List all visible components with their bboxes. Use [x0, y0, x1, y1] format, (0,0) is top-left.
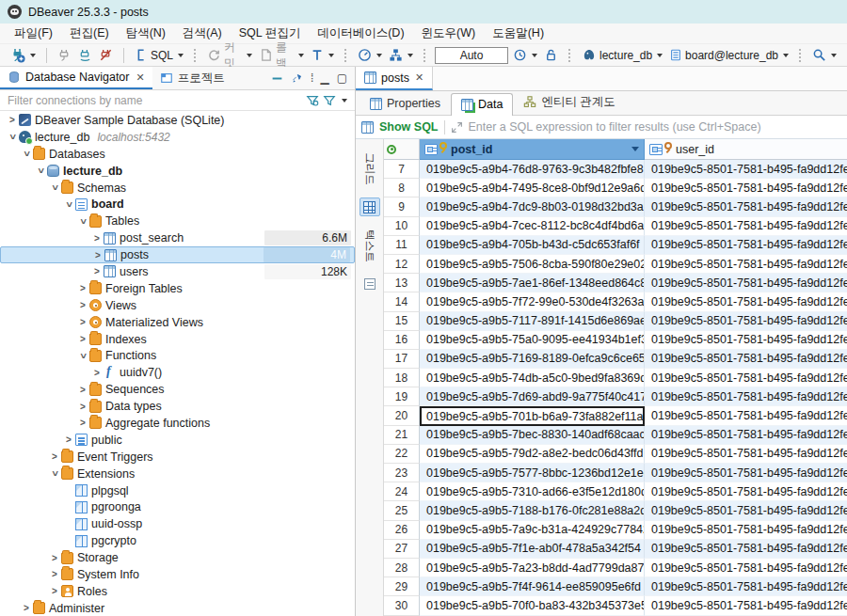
tree-item-pgcrypto[interactable]: > pgcrypto — [0, 532, 355, 549]
cell-post-id[interactable]: 019be9c5-a9b4-7495-8ce8-0bf9d12e9a6d — [420, 179, 645, 197]
cell-user-id[interactable]: 019be9c5-8501-7581-b495-fa9dd12fe1c — [645, 559, 847, 577]
tree-expander-icon[interactable]: > — [76, 317, 89, 327]
tree-item-post-search[interactable]: > post_search 6.6M — [0, 229, 355, 246]
tree-expander-icon[interactable]: > — [78, 349, 88, 362]
sql-editor-button[interactable]: SQL — [133, 47, 185, 63]
chevron-down-icon[interactable] — [831, 54, 837, 57]
tree-item-extensions[interactable]: > Extensions — [0, 466, 355, 482]
tree-expander-icon[interactable]: > — [48, 553, 61, 563]
cell-user-id[interactable]: 019be9c5-8501-7581-b495-fa9dd12fe1c — [645, 331, 847, 350]
tree-expander-icon[interactable]: > — [50, 467, 60, 481]
grid-presentation-tab[interactable]: 그리드 — [356, 145, 383, 192]
tab-projects[interactable]: 프로젝트 — [152, 67, 232, 89]
tree-expander-icon[interactable]: > — [48, 569, 61, 579]
tree-item-databases[interactable]: > Databases — [0, 146, 355, 163]
row-number[interactable]: 24 — [384, 482, 420, 501]
tree-item-event-triggers[interactable]: > Event Triggers — [0, 449, 355, 466]
tree-expander-icon[interactable]: > — [90, 233, 104, 244]
row-number[interactable]: 19 — [384, 387, 420, 406]
disconnect-button[interactable] — [97, 47, 115, 63]
tree-item-views[interactable]: > Views — [0, 297, 355, 314]
tree-expander-icon[interactable]: > — [48, 586, 61, 596]
active-schema-selector[interactable]: board@lecture_db — [667, 47, 791, 63]
cell-post-id[interactable]: 019be9c5-a9b5-7a9c-b31a-424929c77842 — [420, 521, 645, 540]
tree-item-sequences[interactable]: > Sequences — [0, 381, 355, 398]
column-header-post_id[interactable]: post_id — [420, 139, 645, 160]
cell-post-id[interactable]: 019be9c5-a9b4-705b-b43d-c5dc653faf6f — [420, 236, 645, 255]
tree-item-pgroonga[interactable]: > pgroonga — [0, 498, 355, 515]
tree-item-data-types[interactable]: > Data types — [0, 398, 355, 415]
cell-user-id[interactable]: 019be9c5-8501-7581-b495-fa9dd12fe1c — [645, 255, 847, 274]
cell-post-id[interactable]: 019be9c5-a9b5-74db-a5c0-9bed9fa8369d — [420, 369, 645, 387]
tree-item-aggregate-functions[interactable]: > Aggregate functions — [0, 415, 355, 432]
chevron-down-icon[interactable] — [657, 54, 663, 57]
row-number[interactable]: 27 — [384, 540, 420, 559]
connect-button[interactable] — [56, 47, 73, 63]
tree-item-schemas[interactable]: > Schemas — [0, 180, 355, 197]
row-number[interactable]: 30 — [384, 596, 420, 615]
transaction-log-button[interactable] — [511, 47, 539, 63]
tab-data[interactable]: Data — [451, 93, 513, 116]
chevron-down-icon[interactable] — [178, 54, 184, 57]
row-number[interactable]: 25 — [384, 501, 420, 520]
row-number[interactable]: 15 — [384, 312, 420, 331]
tree-item-lecture-db[interactable]: > lecture_db — [0, 163, 355, 180]
cell-post-id[interactable]: 019be9c5-a9b5-701b-b6a9-73fa882ef11a — [420, 406, 645, 425]
view-menu-icon[interactable]: ⁞ — [311, 72, 312, 84]
network-button[interactable] — [387, 47, 415, 63]
cell-user-id[interactable]: 019be9c5-8501-7581-b495-fa9dd12fe1c — [645, 387, 847, 406]
active-connection-selector[interactable]: lecture_db — [580, 47, 664, 63]
tree-expander-icon[interactable]: > — [50, 182, 60, 195]
cell-post-id[interactable]: 019be9c5-a9b5-7a23-b8dd-4ad7799da877 — [420, 559, 645, 577]
cell-user-id[interactable]: 019be9c5-8501-7581-b495-fa9dd12fe1c — [645, 236, 847, 255]
row-number[interactable]: 26 — [384, 521, 420, 540]
menu-item[interactable]: 윈도우(W) — [413, 24, 485, 43]
tree-expander-icon[interactable]: > — [76, 385, 89, 395]
grid-presentation-button[interactable] — [360, 197, 380, 216]
tree-item-public[interactable]: > public — [0, 432, 355, 449]
tree-item-foreign-tables[interactable]: > Foreign Tables — [0, 280, 355, 297]
row-number[interactable]: 21 — [384, 426, 420, 445]
reconnect-button[interactable] — [76, 47, 94, 63]
commit-mode-combo[interactable]: Auto — [435, 47, 508, 64]
search-button[interactable] — [810, 47, 839, 63]
expand-filter-icon[interactable] — [451, 121, 463, 134]
readonly-toggle-button[interactable] — [542, 47, 560, 63]
row-number[interactable]: 17 — [384, 350, 420, 369]
text-presentation-button[interactable] — [360, 275, 380, 293]
transaction-mode-button[interactable] — [309, 47, 336, 63]
tree-item-administer[interactable]: > Administer — [0, 600, 355, 616]
cell-post-id[interactable]: 019be9c5-a9b5-7169-8189-0efca9c6ce65 — [420, 350, 645, 369]
cell-user-id[interactable]: 019be9c5-8501-7581-b495-fa9dd12fe1c — [645, 369, 847, 387]
cell-user-id[interactable]: 019be9c5-8501-7581-b495-fa9dd12fe1c — [645, 274, 847, 292]
cell-user-id[interactable]: 019be9c5-8501-7581-b495-fa9dd12fe1c — [645, 312, 847, 331]
tree-expander-icon[interactable]: > — [91, 250, 104, 261]
row-number[interactable]: 28 — [384, 559, 420, 577]
column-header-user_id[interactable]: user_id — [645, 139, 847, 160]
editor-tab-posts[interactable]: posts ✕ — [356, 67, 433, 90]
tree-expander-icon[interactable]: > — [6, 115, 19, 125]
cell-post-id[interactable]: 019be9c5-a9b5-75a0-9095-ee41934b1ef3 — [420, 331, 645, 350]
performance-button[interactable] — [356, 47, 384, 63]
maximize-icon[interactable]: ▢ — [337, 72, 347, 84]
cell-post-id[interactable]: 019be9c5-a9b4-7cec-8112-bc8c4df4bd6a — [420, 217, 645, 236]
chevron-down-icon[interactable] — [328, 54, 334, 57]
tree-item-uuidv7-[interactable]: > uuidv7() — [0, 364, 355, 381]
cell-post-id[interactable]: 019be9c5-a9b5-7188-b176-0fc281e88a2d — [420, 501, 645, 520]
tree-item-plpgsql[interactable]: > plpgsql — [0, 482, 355, 499]
tree-expander-icon[interactable]: > — [64, 197, 74, 211]
row-number[interactable]: 9 — [384, 197, 420, 216]
chevron-down-icon[interactable] — [532, 54, 537, 57]
tree-item-posts[interactable]: > posts 4M — [0, 246, 355, 263]
cell-user-id[interactable]: 019be9c5-8501-7581-b495-fa9dd12fe1c — [645, 596, 847, 615]
filter-funnel-icon[interactable] — [306, 94, 319, 107]
tree-item-dbeaver-sample-database-sqlite-[interactable]: > DBeaver Sample Database (SQLite) — [0, 112, 355, 129]
cell-user-id[interactable]: 019be9c5-8501-7581-b495-fa9dd12fe1c — [645, 292, 847, 311]
cell-post-id[interactable]: 019be9c5-a9b5-70f0-ba83-432b345373e5 — [420, 596, 645, 615]
chevron-down-icon[interactable] — [30, 54, 36, 57]
tree-item-materialized-views[interactable]: > Materialized Views — [0, 314, 355, 331]
tree-expander-icon[interactable]: > — [22, 148, 32, 161]
tree-item-system-info[interactable]: > System Info — [0, 566, 355, 583]
cell-user-id[interactable]: 019be9c5-8501-7581-b495-fa9dd12fe1c — [645, 540, 847, 559]
row-selector-header[interactable] — [384, 139, 420, 160]
